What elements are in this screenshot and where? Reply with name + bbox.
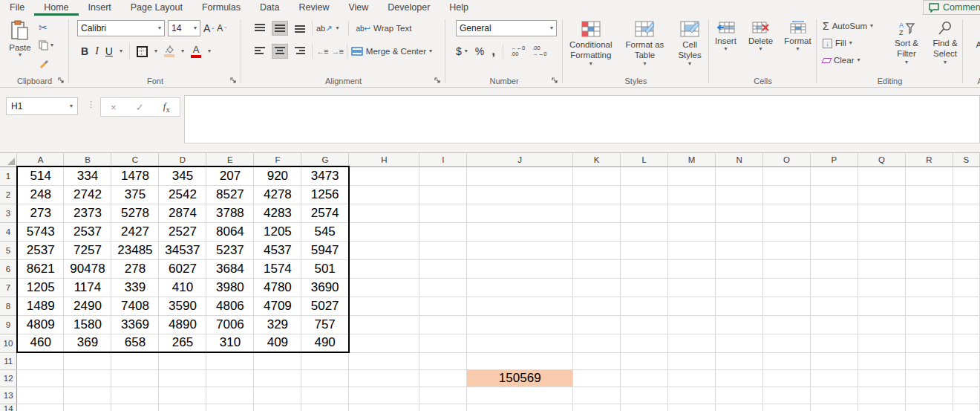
cell-J11[interactable] — [467, 352, 573, 369]
cell-I1[interactable] — [419, 166, 467, 185]
cell-N5[interactable] — [716, 241, 763, 259]
cell-C1[interactable]: 1478 — [111, 166, 159, 185]
cell-Q12[interactable] — [858, 369, 905, 386]
cell-E6[interactable]: 3684 — [206, 259, 254, 278]
cell-E11[interactable] — [206, 352, 254, 369]
borders-button[interactable] — [137, 46, 148, 57]
align-middle-button[interactable] — [272, 21, 288, 36]
cell-Q9[interactable] — [858, 315, 905, 334]
cell-J8[interactable] — [467, 297, 573, 315]
cell-M11[interactable] — [668, 352, 716, 369]
cell-C5[interactable]: 23485 — [111, 241, 159, 259]
column-header-M[interactable]: M — [668, 153, 716, 166]
cell-I6[interactable] — [419, 259, 467, 278]
cell-C11[interactable] — [111, 352, 159, 369]
cell-L2[interactable] — [621, 185, 668, 204]
cell-G14[interactable] — [301, 404, 349, 411]
column-header-C[interactable]: C — [111, 153, 159, 166]
cell-F13[interactable] — [254, 386, 301, 404]
enter-button[interactable]: ✓ — [136, 102, 144, 113]
column-header-D[interactable]: D — [159, 153, 206, 166]
cell-F4[interactable]: 1205 — [254, 222, 301, 241]
font-color-button[interactable]: A — [191, 45, 201, 58]
cell-N4[interactable] — [716, 222, 763, 241]
cell-G2[interactable]: 1256 — [301, 185, 349, 204]
cell-L14[interactable] — [621, 404, 668, 411]
shrink-font-button[interactable]: Aˇ — [217, 23, 226, 33]
cell-C2[interactable]: 375 — [111, 185, 159, 204]
cell-M13[interactable] — [668, 386, 716, 404]
cell-R8[interactable] — [905, 297, 953, 315]
cell-L11[interactable] — [621, 352, 668, 369]
cell-A11[interactable] — [17, 352, 64, 369]
increase-decimal-button[interactable]: ←←0.00 — [511, 45, 525, 58]
cell-O6[interactable] — [763, 259, 811, 278]
cell-Q14[interactable] — [858, 404, 905, 411]
cell-J10[interactable] — [467, 334, 573, 352]
cell-K3[interactable] — [573, 204, 621, 222]
column-header-I[interactable]: I — [419, 153, 467, 166]
cell-E8[interactable]: 4806 — [206, 297, 254, 315]
cell-A10[interactable]: 460 — [17, 334, 64, 352]
tab-help[interactable]: Help — [440, 0, 478, 16]
cell-J9[interactable] — [467, 315, 573, 334]
cell-N1[interactable] — [716, 166, 763, 185]
cell-R5[interactable] — [905, 241, 953, 259]
cell-A5[interactable]: 2537 — [17, 241, 64, 259]
cell-F10[interactable]: 409 — [254, 334, 301, 352]
cell-S1[interactable] — [953, 166, 979, 185]
column-header-A[interactable]: A — [17, 153, 64, 166]
cell-O11[interactable] — [763, 352, 811, 369]
cell-C4[interactable]: 2427 — [111, 222, 159, 241]
tab-view[interactable]: View — [339, 0, 378, 16]
autosum-button[interactable]: Σ AutoSum ▾ — [823, 19, 873, 33]
delete-cells-button[interactable]: Delete ▾ — [746, 19, 776, 74]
cell-D4[interactable]: 2527 — [159, 222, 206, 241]
cell-O2[interactable] — [763, 185, 811, 204]
column-header-N[interactable]: N — [716, 153, 763, 166]
cell-D11[interactable] — [159, 352, 206, 369]
cell-S4[interactable] — [953, 222, 979, 241]
cell-B3[interactable]: 2373 — [64, 204, 111, 222]
cell-C7[interactable]: 339 — [111, 278, 159, 297]
cell-I12[interactable] — [419, 369, 467, 386]
highlighted-cell-J12[interactable]: 150569 — [467, 369, 573, 386]
cell-K13[interactable] — [573, 386, 621, 404]
row-header-12[interactable]: 12 — [0, 369, 17, 386]
cell-M3[interactable] — [668, 204, 716, 222]
find-select-button[interactable]: Find & Select ▾ — [927, 19, 964, 65]
cell-S13[interactable] — [953, 386, 979, 404]
cell-H3[interactable] — [349, 204, 419, 222]
alignment-dialog-launcher-icon[interactable] — [434, 77, 442, 85]
select-all-corner[interactable] — [0, 153, 17, 166]
cell-O8[interactable] — [763, 297, 811, 315]
cell-A3[interactable]: 273 — [17, 204, 64, 222]
tab-home[interactable]: Home — [34, 0, 78, 16]
cell-P8[interactable] — [810, 297, 858, 315]
cell-R10[interactable] — [905, 334, 953, 352]
cell-N12[interactable] — [716, 369, 763, 386]
cell-B2[interactable]: 2742 — [64, 185, 111, 204]
cell-H1[interactable] — [349, 166, 419, 185]
cell-M12[interactable] — [668, 369, 716, 386]
cell-M14[interactable] — [668, 404, 716, 411]
column-header-S[interactable]: S — [953, 153, 979, 166]
format-as-table-button[interactable]: Format as Table ▾ — [622, 19, 668, 74]
fill-button[interactable]: ↓ Fill ▾ — [823, 36, 873, 50]
cell-D7[interactable]: 410 — [159, 278, 206, 297]
cell-K1[interactable] — [573, 166, 621, 185]
number-dialog-launcher-icon[interactable] — [551, 77, 559, 85]
cell-O9[interactable] — [763, 315, 811, 334]
cell-R9[interactable] — [905, 315, 953, 334]
insert-cells-button[interactable]: Insert ▾ — [712, 19, 740, 74]
cell-L5[interactable] — [621, 241, 668, 259]
percent-style-button[interactable]: % — [475, 45, 484, 57]
cell-B5[interactable]: 7257 — [64, 241, 111, 259]
column-header-F[interactable]: F — [254, 153, 301, 166]
cell-A8[interactable]: 1489 — [17, 297, 64, 315]
cell-E1[interactable]: 207 — [206, 166, 254, 185]
cell-E14[interactable] — [206, 404, 254, 411]
insert-function-button[interactable]: fx — [163, 100, 170, 114]
cell-S7[interactable] — [953, 278, 979, 297]
cell-Q2[interactable] — [858, 185, 905, 204]
